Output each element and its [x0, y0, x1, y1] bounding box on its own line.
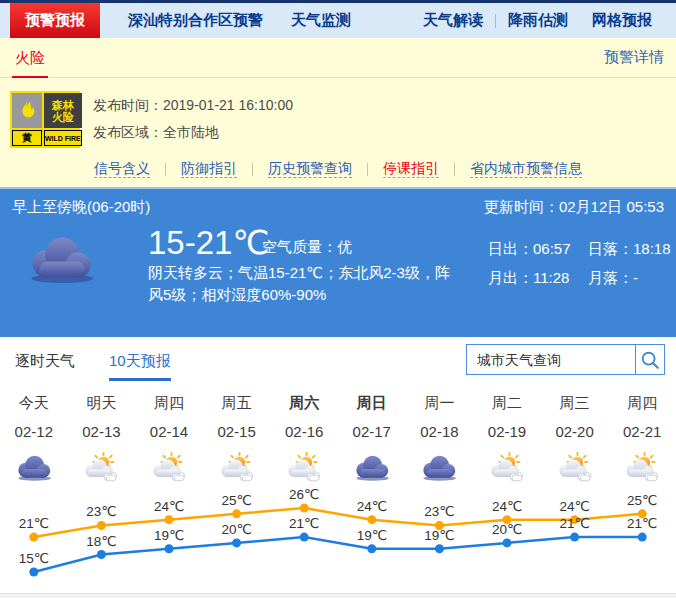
- search-icon: [640, 350, 660, 370]
- forecast-day-column[interactable]: 周三 02-20: [541, 389, 609, 487]
- temp-point: [165, 515, 174, 524]
- warning-details-link[interactable]: 预警详情: [604, 48, 664, 77]
- period-label: 早上至傍晚(06-20时): [12, 198, 150, 217]
- warning-body: 森林 火险 黄 WILD FIRE 发布时间：2019-01-21 16:10:…: [0, 78, 676, 148]
- link-province-city-warnings[interactable]: 省内城市预警信息: [470, 160, 582, 178]
- day-date: 02-14: [135, 417, 203, 447]
- temp-label: 23℃: [424, 504, 454, 519]
- day-date: 02-17: [338, 417, 406, 447]
- temp-point: [29, 533, 38, 542]
- city-weather-search: [466, 344, 665, 375]
- partly-sunny-icon: [135, 447, 203, 487]
- main-navbar: 预警预报 深汕特别合作区预警 天气监测 天气解读 降雨估测 网格预报: [0, 3, 676, 38]
- temp-point: [97, 550, 106, 559]
- nav-tab-weather-monitor[interactable]: 天气监测: [291, 11, 351, 30]
- day-name: 周二: [473, 389, 541, 417]
- temp-label: 19℃: [424, 528, 454, 543]
- day-date: 02-16: [270, 417, 338, 447]
- day-name: 周一: [406, 389, 474, 417]
- day-name: 周日: [338, 389, 406, 417]
- temp-label: 24℃: [560, 499, 590, 514]
- temperature-chart: 21℃23℃24℃25℃26℃24℃23℃24℃24℃25℃15℃18℃19℃2…: [0, 486, 676, 596]
- temp-label: 21℃: [560, 516, 590, 531]
- forecast-section: 逐时天气 10天预报 今天 02-12 明天 02-13: [0, 337, 676, 593]
- nav-link-grid-forecast[interactable]: 网格预报: [580, 11, 664, 30]
- temp-line: [34, 508, 642, 537]
- forecast-day-column[interactable]: 周四 02-21: [608, 389, 676, 487]
- link-signal-meaning[interactable]: 信号含义: [94, 160, 150, 178]
- temp-point: [570, 533, 579, 542]
- forecast-day-column[interactable]: 周一 02-18: [406, 389, 474, 487]
- link-defense-guide[interactable]: 防御指引: [181, 160, 237, 178]
- warning-level-badge: 黄: [12, 130, 42, 146]
- cloudy-icon: [406, 447, 474, 487]
- flame-icon: [12, 93, 42, 128]
- temp-label: 20℃: [222, 522, 252, 537]
- search-button[interactable]: [635, 345, 664, 374]
- forecast-day-grid: 今天 02-12 明天 02-13: [0, 389, 676, 487]
- publish-area-value: 全市陆地: [163, 124, 219, 140]
- forecast-day-column[interactable]: 周二 02-19: [473, 389, 541, 487]
- temp-label: 23℃: [86, 504, 116, 519]
- nav-link-weather-interpretation[interactable]: 天气解读: [411, 11, 495, 30]
- warning-section: 火险 预警详情 森林 火险 黄 WILD FIRE 发布时间：2019-01-2…: [0, 38, 676, 187]
- partly-sunny-icon: [270, 447, 338, 487]
- temp-label: 25℃: [222, 493, 252, 508]
- air-quality-value: 优: [337, 238, 352, 255]
- nav-link-rain-estimate[interactable]: 降雨估测: [496, 11, 580, 30]
- temp-label: 24℃: [492, 499, 522, 514]
- air-quality: 空气质量：优: [262, 238, 352, 257]
- link-separator: [454, 163, 455, 176]
- temp-point: [367, 515, 376, 524]
- tab-10day-forecast[interactable]: 10天预报: [109, 352, 171, 381]
- temp-label: 21℃: [19, 516, 49, 531]
- temp-point: [29, 567, 38, 576]
- temp-label: 24℃: [357, 499, 387, 514]
- forecast-day-column[interactable]: 周日 02-17: [338, 389, 406, 487]
- day-date: 02-12: [0, 417, 68, 447]
- nav-tab-warning-forecast[interactable]: 预警预报: [10, 3, 100, 38]
- forecast-day-column[interactable]: 周五 02-15: [203, 389, 271, 487]
- partly-sunny-icon: [473, 447, 541, 487]
- temp-point: [367, 544, 376, 553]
- nav-tab-shenshan-warning[interactable]: 深汕特别合作区预警: [128, 11, 263, 30]
- warning-en-badge: WILD FIRE: [44, 130, 82, 146]
- sunset: 日落：18:18: [588, 240, 671, 259]
- forecast-day-column[interactable]: 周四 02-14: [135, 389, 203, 487]
- temp-line: [34, 537, 642, 572]
- forest-fire-warning-icon: 森林 火险 黄 WILD FIRE: [10, 91, 80, 148]
- city-search-input[interactable]: [467, 345, 635, 374]
- temp-point: [165, 544, 174, 553]
- link-history-warning-query[interactable]: 历史预警查询: [268, 160, 352, 178]
- link-separator: [165, 163, 166, 176]
- day-name: 周六: [270, 389, 338, 417]
- cloudy-icon: [338, 447, 406, 487]
- temp-point: [435, 544, 444, 553]
- current-temp-range: 15-21℃: [148, 223, 269, 262]
- forecast-day-column[interactable]: 明天 02-13: [68, 389, 136, 487]
- day-name: 周三: [541, 389, 609, 417]
- partly-sunny-icon: [203, 447, 271, 487]
- temp-label: 21℃: [289, 516, 319, 531]
- forecast-day-column[interactable]: 今天 02-12: [0, 389, 68, 487]
- cloud-icon: [24, 233, 98, 287]
- current-weather-header: 早上至傍晚(06-20时) 更新时间：02月12日 05:53: [0, 189, 676, 217]
- day-name: 今天: [0, 389, 68, 417]
- weather-description: 阴天转多云；气温15-21℃；东北风2-3级，阵风5级；相对湿度60%-90%: [148, 262, 462, 306]
- tab-hourly-weather[interactable]: 逐时天气: [15, 352, 75, 381]
- forecast-day-column[interactable]: 周六 02-16: [270, 389, 338, 487]
- temp-point: [300, 533, 309, 542]
- partly-sunny-icon: [608, 447, 676, 487]
- day-date: 02-21: [608, 417, 676, 447]
- tab-fire-risk[interactable]: 火险: [12, 39, 48, 78]
- link-class-suspension-guide[interactable]: 停课指引: [383, 160, 439, 178]
- publish-area-row: 发布区域：全市陆地: [93, 119, 293, 146]
- temp-label: 26℃: [289, 487, 319, 502]
- day-date: 02-15: [203, 417, 271, 447]
- sun-moon-times: 日出：06:57 日落：18:18 月出：11:28 月落：-: [488, 240, 671, 288]
- temp-label: 21℃: [627, 516, 657, 531]
- temp-point: [300, 504, 309, 513]
- temp-label: 19℃: [154, 528, 184, 543]
- cloudy-icon: [0, 447, 68, 487]
- temp-label: 25℃: [627, 493, 657, 508]
